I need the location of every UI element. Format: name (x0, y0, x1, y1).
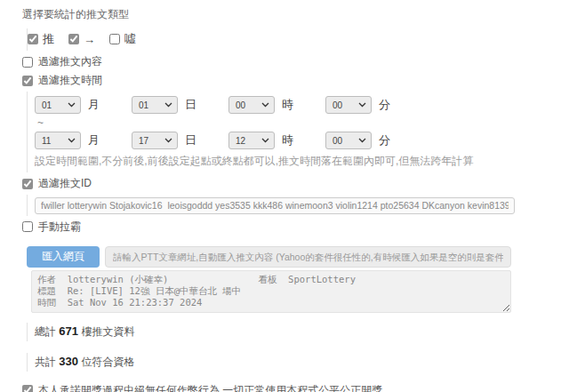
chevron-down-icon (68, 138, 76, 143)
chevron-down-icon (164, 102, 172, 108)
time-range-tilde: ~ (37, 116, 569, 129)
from-month-select[interactable]: 01 (35, 96, 81, 114)
lottery-form-page: 選擇要統計的推文類型 推 → 噓 過濾推文內容 過濾推文時間 01 月 (0, 0, 569, 392)
minute-unit-label: 分 (379, 97, 390, 113)
qualified-stat: 共計 330 位符合資格 (27, 353, 569, 372)
article-content-textarea[interactable]: 作者 lotterywin (小確幸) 看板 SportLottery 標題 R… (31, 270, 511, 313)
minute-unit-label: 分 (379, 132, 390, 148)
qualified-count: 330 (59, 355, 78, 368)
filter-content-label: 過濾推文內容 (38, 54, 102, 69)
arrow-checkbox[interactable] (68, 34, 79, 44)
push-type-option-boo[interactable]: 噓 (109, 31, 136, 47)
boo-label: 噓 (124, 31, 136, 47)
chevron-down-icon (261, 102, 269, 108)
to-minute-select[interactable]: 00 (325, 132, 372, 149)
push-label: 推 (43, 31, 54, 47)
month-unit-label: 月 (88, 132, 100, 148)
time-range-hint: 設定時間範圍,不分前後,前後設定起點或終點都可以,推文時間落在範圍內即可,但無法… (35, 154, 569, 169)
push-type-options: 推 → 噓 (27, 28, 569, 51)
push-type-option-arrow[interactable]: → (68, 33, 95, 46)
article-url-input[interactable] (105, 246, 511, 268)
import-page-button[interactable]: 匯入網頁 (27, 246, 100, 268)
month-unit-label: 月 (88, 97, 100, 113)
manual-slot-label: 手動拉霸 (38, 220, 81, 235)
total-prefix: 總計 (35, 325, 56, 338)
to-minute-value: 00 (333, 136, 342, 146)
filter-id-checkbox[interactable] (22, 179, 33, 189)
filter-time-checkbox[interactable] (22, 76, 33, 86)
fairness-pledge-checkbox[interactable] (22, 385, 33, 392)
chevron-down-icon (164, 138, 172, 143)
import-row: 匯入網頁 (27, 246, 569, 268)
hour-unit-label: 時 (282, 97, 293, 113)
id-filter-block (27, 195, 569, 216)
chevron-down-icon (358, 102, 366, 108)
time-range-block: 01 月 01 日 00 時 00 分 ~ 11 (27, 92, 569, 172)
to-month-value: 11 (42, 136, 51, 146)
from-day-value: 01 (139, 100, 148, 110)
manual-slot-row[interactable]: 手動拉霸 (22, 220, 81, 235)
filter-time-row[interactable]: 過濾推文時間 (22, 73, 102, 88)
to-month-select[interactable]: 11 (35, 132, 81, 149)
id-filter-input[interactable] (35, 197, 515, 214)
fairness-pledge-row[interactable]: 本人承諾開獎過程中絕無任何作弊行為,一切正常使用本程式公平公正開獎。 (22, 383, 393, 392)
filter-id-label: 過濾推文ID (38, 176, 92, 191)
chevron-down-icon (261, 138, 269, 143)
qualified-prefix: 共計 (35, 356, 56, 368)
hour-unit-label: 時 (282, 132, 293, 148)
from-month-value: 01 (42, 100, 52, 110)
push-type-option-push[interactable]: 推 (28, 31, 54, 47)
filter-content-row[interactable]: 過濾推文內容 (22, 54, 102, 69)
filter-id-row[interactable]: 過濾推文ID (22, 176, 92, 191)
time-to-row: 11 月 17 日 12 時 00 分 (35, 132, 569, 149)
filter-content-checkbox[interactable] (22, 57, 33, 68)
time-from-row: 01 月 01 日 00 時 00 分 (35, 96, 569, 114)
arrow-label: → (84, 33, 95, 46)
from-hour-select[interactable]: 00 (228, 96, 275, 114)
filter-time-label: 過濾推文時間 (38, 73, 102, 88)
day-unit-label: 日 (185, 97, 196, 113)
from-minute-value: 00 (333, 100, 342, 110)
boo-checkbox[interactable] (109, 34, 120, 44)
push-type-title: 選擇要統計的推文類型 (22, 7, 569, 22)
push-checkbox[interactable] (28, 34, 38, 44)
fairness-pledge-label: 本人承諾開獎過程中絕無任何作弊行為,一切正常使用本程式公平公正開獎。 (38, 383, 393, 392)
from-hour-value: 00 (236, 100, 245, 110)
to-hour-value: 12 (236, 136, 245, 146)
manual-slot-checkbox[interactable] (22, 221, 33, 232)
from-day-select[interactable]: 01 (132, 96, 178, 114)
qualified-suffix: 位符合資格 (81, 356, 134, 368)
total-count: 671 (59, 324, 78, 338)
total-pushes-stat: 總計 671 樓推文資料 (27, 323, 569, 341)
from-minute-select[interactable]: 00 (325, 96, 372, 114)
day-unit-label: 日 (185, 132, 196, 148)
total-suffix: 樓推文資料 (81, 325, 134, 338)
to-hour-select[interactable]: 12 (228, 132, 275, 149)
chevron-down-icon (68, 102, 76, 108)
to-day-select[interactable]: 17 (132, 132, 178, 149)
to-day-value: 17 (139, 136, 148, 146)
chevron-down-icon (358, 138, 366, 143)
